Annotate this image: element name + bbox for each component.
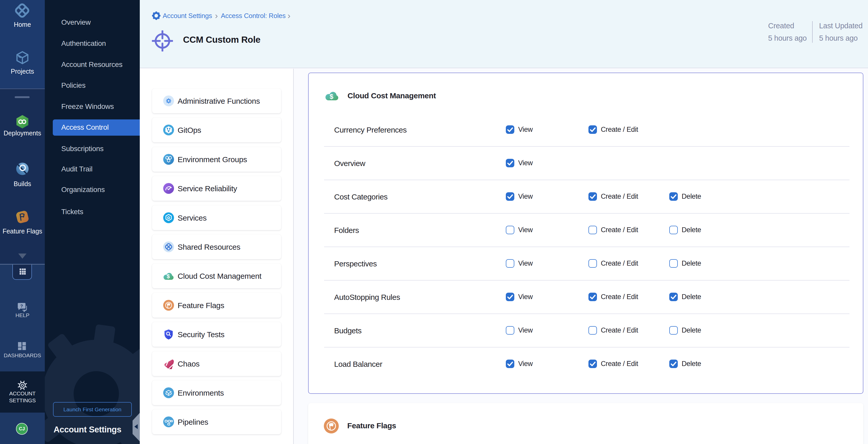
- svg-text:$: $: [166, 273, 169, 280]
- svg-text:?: ?: [20, 304, 23, 309]
- svg-text:$: $: [330, 93, 333, 100]
